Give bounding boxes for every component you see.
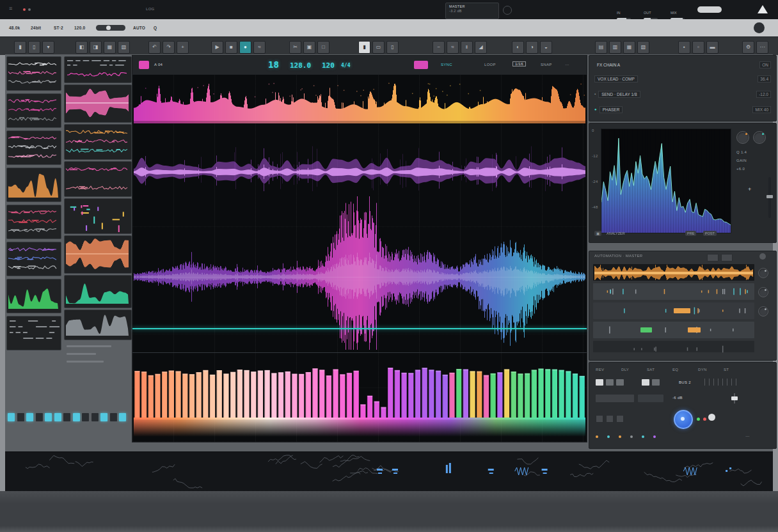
clip-thumbnail[interactable] [64, 124, 132, 160]
menubar-meter[interactable]: IN [617, 5, 631, 20]
step-button[interactable] [616, 379, 624, 386]
automation-lane[interactable] [593, 283, 754, 300]
pager-cell[interactable] [63, 413, 70, 421]
playhead-line[interactable] [132, 328, 587, 329]
toolbar-button-icon[interactable]: ▦ [623, 41, 635, 54]
mod-dot[interactable] [630, 435, 633, 438]
clip-thumbnail[interactable] [64, 161, 132, 197]
step-button[interactable] [652, 379, 660, 386]
tool-mini-button[interactable] [616, 415, 624, 423]
toolbar-button-icon[interactable]: ■ [225, 41, 237, 54]
toolbar-button-icon[interactable]: ▾ [42, 41, 54, 54]
pager-cell[interactable] [17, 413, 24, 421]
mod-waveform-display[interactable] [134, 141, 585, 191]
clip-thumbnail[interactable] [6, 93, 61, 128]
clip-thumbnail[interactable] [64, 275, 132, 308]
toolbar-button-icon[interactable]: ▣ [303, 41, 315, 54]
more-icon[interactable]: ⋯ [745, 434, 749, 438]
main-waveform-display[interactable] [134, 190, 585, 351]
toolbar-button-icon[interactable]: ▯ [28, 41, 40, 54]
zoom-slider-knob[interactable] [106, 26, 111, 30]
grid-value[interactable]: 1/16 [512, 61, 526, 66]
menubar-slider-pill[interactable] [697, 6, 722, 13]
eq-knob[interactable] [736, 131, 749, 144]
tool-mini-button[interactable] [596, 415, 603, 423]
toolbar-button-icon[interactable]: ▤ [595, 41, 607, 54]
toolbar-button-icon[interactable]: ◧ [75, 41, 88, 54]
power-button[interactable] [674, 410, 693, 429]
toolbar-button-icon[interactable]: ≈ [253, 41, 266, 54]
toolbar-button-icon[interactable]: ▶ [211, 41, 223, 54]
toolbar-button-icon[interactable]: ▪ [678, 41, 690, 54]
pager-cell[interactable] [119, 413, 126, 421]
panel-row[interactable]: FX CHAIN AON [594, 59, 771, 70]
mod-dot[interactable] [642, 435, 644, 438]
automation-lane[interactable] [593, 302, 754, 319]
toolbar-button-icon[interactable]: ◐ [512, 41, 524, 54]
panel-row[interactable]: VOX LEAD · COMP36.4 [594, 74, 771, 84]
pager-cell[interactable] [36, 413, 43, 421]
toolbar-button-icon[interactable]: ▧ [118, 41, 130, 54]
waveform-editor[interactable] [132, 74, 587, 442]
white-circle-button[interactable] [708, 414, 715, 421]
clip-thumbnail[interactable] [64, 309, 132, 340]
panel-row[interactable]: ▪SEND · DELAY 1/8-12.0 [594, 89, 771, 99]
record-chip[interactable] [139, 61, 149, 69]
step-button[interactable] [606, 379, 614, 386]
toolbar-button-icon[interactable]: ▯ [386, 41, 399, 54]
clip-thumbnail[interactable] [6, 56, 61, 91]
toolbar-button-icon[interactable]: ⚙ [742, 41, 754, 54]
automation-lane[interactable] [593, 264, 754, 281]
clip-thumbnail[interactable] [6, 168, 61, 202]
toolbar-button-icon[interactable]: ↶ [148, 41, 161, 54]
more-icon[interactable]: ⋯ [565, 62, 569, 66]
header-circle-button[interactable] [759, 253, 766, 260]
pager-cell[interactable] [26, 413, 33, 421]
eq-knob[interactable] [753, 131, 766, 144]
analyzer-chip[interactable]: POST [703, 231, 717, 236]
fader-knob[interactable] [731, 396, 738, 400]
header-mini-button[interactable] [707, 254, 718, 262]
automation-chip-orange[interactable] [688, 327, 701, 332]
toolbar-button-icon[interactable]: + [177, 41, 189, 54]
pager-cell[interactable] [54, 413, 61, 421]
toolbar-button-icon[interactable]: □ [317, 41, 329, 54]
mod-dot[interactable] [653, 435, 656, 438]
lane-knob[interactable] [758, 306, 768, 317]
tool-mini-button[interactable] [606, 415, 614, 423]
automation-chip-green[interactable] [640, 327, 652, 332]
clip-thumbnail[interactable] [64, 56, 132, 83]
toolbar-button-icon[interactable]: ▥ [609, 41, 621, 54]
mod-dot[interactable] [619, 435, 621, 438]
toolbar-button-icon[interactable]: ⋯ [756, 41, 768, 54]
loop-label[interactable]: LOOP [484, 63, 496, 66]
analyzer-chip[interactable]: PRE [685, 231, 696, 236]
clip-thumbnail[interactable] [6, 279, 61, 313]
pager-cell[interactable] [100, 413, 107, 421]
pager-cell[interactable] [82, 413, 89, 421]
lane-knob[interactable] [758, 287, 768, 297]
toolbar-button-icon[interactable]: ▬ [706, 41, 718, 54]
pager-cell[interactable] [73, 413, 80, 421]
toolbar-button-icon[interactable]: ▦ [104, 41, 116, 54]
pager-cell[interactable] [110, 413, 117, 421]
timeline-overview[interactable] [5, 451, 773, 492]
toolbar-button-icon[interactable]: ● [239, 41, 251, 54]
value-block[interactable] [638, 395, 663, 402]
pager-cell[interactable] [91, 413, 99, 421]
clip-thumbnail[interactable] [6, 316, 61, 350]
automation-lane[interactable] [593, 322, 754, 338]
clip-thumbnail[interactable] [64, 84, 132, 123]
menubar-meter[interactable]: OUT [644, 5, 658, 20]
snap-label[interactable]: SNAP [541, 63, 552, 66]
toolbar-button-icon[interactable]: ‖ [461, 41, 473, 54]
clip-thumbnail[interactable] [64, 198, 132, 234]
mini-fader-knob[interactable] [766, 195, 773, 198]
gain-bars-display[interactable] [134, 361, 585, 438]
toolbar-button-icon[interactable]: ▫ [692, 41, 704, 54]
toolbar-button-icon[interactable]: ◨ [90, 41, 102, 54]
cue-chip[interactable] [414, 61, 428, 69]
clip-thumbnail[interactable] [6, 130, 61, 165]
clip-thumbnail[interactable] [6, 205, 61, 239]
toolbar-button-icon[interactable]: ◒ [540, 41, 552, 54]
